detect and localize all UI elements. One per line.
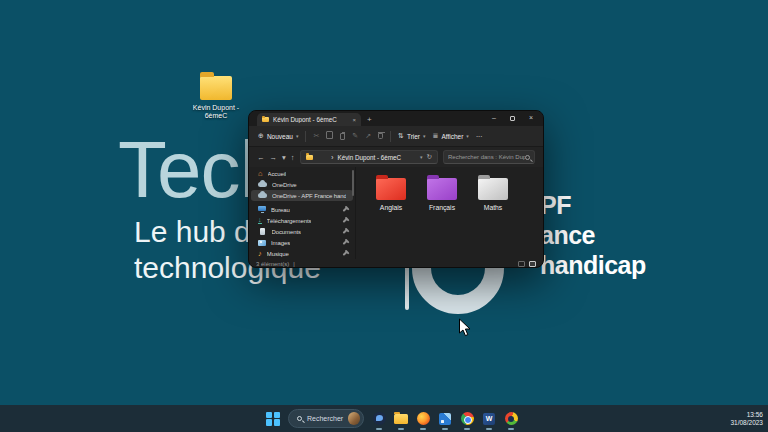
rename-button[interactable]: ✎ (352, 132, 358, 140)
cut-button[interactable]: ✂ (313, 132, 319, 140)
address-bar: ← → ▾ ↑ › Kévin Dupont - 6èmeC ▾ ↻ Reche… (249, 147, 543, 167)
mouse-cursor (458, 318, 472, 338)
up-button[interactable]: ↑ (291, 153, 295, 162)
tab-close-button[interactable]: × (352, 117, 356, 123)
recent-locations-button[interactable]: ▾ (282, 153, 286, 162)
sort-icon: ⇅ (398, 132, 404, 140)
sidebar-item-musique[interactable]: ♪ Musique (251, 248, 353, 259)
details-view-button[interactable] (518, 261, 525, 267)
desktop-shortcut-kevin-dupont[interactable]: Kévin Dupont - 6èmeC (192, 76, 240, 120)
chevron-down-icon[interactable]: ▾ (420, 154, 423, 160)
taskbar-chat-app[interactable] (372, 412, 386, 426)
taskbar: Rechercher W 13:56 31/08/2023 (0, 405, 768, 432)
desktop-icon (258, 206, 266, 211)
music-icon: ♪ (258, 250, 262, 257)
search-input[interactable]: Rechercher dans : Kévin Dupo... (443, 150, 535, 164)
sidebar-item-label: Téléchargements (267, 218, 312, 224)
search-icon (297, 416, 302, 421)
microsoft-store-icon (439, 413, 451, 425)
folder-name: Anglais (372, 204, 410, 211)
taskbar-search-label: Rechercher (307, 415, 343, 422)
sidebar-item-accueil[interactable]: ⌂ Accueil (251, 168, 353, 179)
search-highlight-image (348, 412, 360, 425)
apf-logo-line1: PF (540, 190, 646, 220)
sidebar-item-images[interactable]: Images (251, 237, 353, 248)
copy-button[interactable] (328, 133, 333, 139)
folder-maths[interactable]: Maths (474, 178, 512, 259)
sidebar-item-bureau[interactable]: Bureau (251, 204, 353, 215)
sidebar-item-documents[interactable]: Documents (251, 226, 353, 237)
sort-button-label: Trier (407, 133, 420, 140)
delete-button[interactable] (378, 133, 383, 139)
pin-icon (343, 207, 348, 212)
explorer-tab[interactable]: Kévin Dupont - 6èmeC × (257, 113, 361, 126)
new-button[interactable]: ⊕ Nouveau ▾ (258, 132, 298, 140)
sidebar-item-telechargements[interactable]: ↓ Téléchargements (251, 215, 353, 226)
taskbar-edge[interactable] (504, 412, 518, 426)
sidebar-item-onedrive[interactable]: OneDrive (251, 179, 353, 190)
taskbar-store-app[interactable] (438, 412, 452, 426)
taskbar-word[interactable]: W (482, 412, 496, 426)
minimize-button[interactable]: – (492, 114, 496, 122)
taskbar-clock[interactable]: 13:56 31/08/2023 (730, 411, 763, 427)
tab-title: Kévin Dupont - 6èmeC (273, 116, 337, 123)
new-button-label: Nouveau (267, 133, 293, 140)
large-icons-view-button[interactable] (529, 261, 536, 267)
taskbar-file-explorer[interactable] (394, 412, 408, 426)
pin-icon (343, 240, 348, 245)
maximize-button[interactable] (510, 116, 515, 121)
firefox-icon (417, 412, 430, 425)
chevron-down-icon: ▾ (466, 133, 469, 139)
chrome-icon (461, 412, 474, 425)
cloud-icon (258, 182, 267, 187)
sidebar-item-label: OneDrive - APF France handicap (272, 193, 346, 199)
sidebar-scrollbar[interactable] (352, 170, 354, 196)
breadcrumb-path: Kévin Dupont - 6èmeC (337, 154, 401, 161)
start-icon (274, 412, 280, 418)
folder-name: Français (423, 204, 461, 211)
start-button[interactable] (266, 412, 280, 426)
back-button[interactable]: ← (257, 153, 265, 162)
sort-button[interactable]: ⇅ Trier ▾ (398, 132, 426, 140)
taskbar-firefox[interactable] (416, 412, 430, 426)
forward-button[interactable]: → (270, 153, 278, 162)
taskbar-search[interactable]: Rechercher (288, 409, 364, 428)
edge-icon (505, 412, 518, 425)
file-explorer-icon (394, 414, 408, 424)
view-button[interactable]: ≣ Afficher ▾ (433, 132, 469, 140)
new-tab-button[interactable]: + (367, 115, 372, 124)
apf-logo-text: PF ance handicap (540, 190, 646, 280)
start-icon (266, 412, 272, 418)
folder-francais[interactable]: Français (423, 178, 461, 259)
navigation-pane: ⌂ Accueil OneDrive OneDrive - APF France… (249, 167, 355, 259)
folder-name: Maths (474, 204, 512, 211)
folder-contents: Anglais Français Maths (355, 167, 543, 259)
toolbar-separator (390, 131, 391, 142)
pin-icon (343, 218, 348, 223)
refresh-button[interactable]: ↻ (427, 153, 432, 161)
paste-button[interactable] (340, 133, 345, 140)
documents-icon (260, 228, 266, 235)
start-icon (274, 419, 280, 425)
breadcrumb[interactable]: › Kévin Dupont - 6èmeC ▾ ↻ (300, 150, 438, 164)
sidebar-item-label: Musique (267, 251, 289, 257)
toolbar-separator (305, 131, 306, 142)
sidebar-item-onedrive-apf[interactable]: OneDrive - APF France handicap (251, 190, 353, 201)
explorer-body: ⌂ Accueil OneDrive OneDrive - APF France… (249, 167, 543, 259)
sidebar-item-label: Images (271, 240, 290, 246)
folder-icon (200, 76, 232, 100)
start-icon (266, 419, 272, 425)
close-button[interactable]: × (529, 114, 533, 122)
more-button[interactable]: ··· (476, 133, 483, 140)
search-placeholder: Rechercher dans : Kévin Dupo... (448, 154, 525, 160)
folder-icon (376, 178, 406, 200)
item-count: 3 élément(s) (256, 261, 289, 267)
taskbar-chrome[interactable] (460, 412, 474, 426)
status-divider: | (293, 261, 295, 267)
share-button[interactable]: ↗ (365, 132, 371, 140)
pictures-icon (258, 240, 266, 246)
folder-anglais[interactable]: Anglais (372, 178, 410, 259)
sidebar-item-label: Bureau (271, 207, 290, 213)
plus-circle-icon: ⊕ (258, 132, 264, 140)
view-icon: ≣ (433, 132, 439, 140)
